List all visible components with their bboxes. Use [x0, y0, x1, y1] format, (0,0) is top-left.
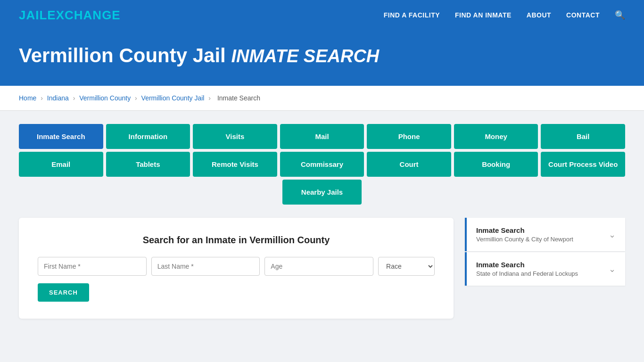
header: JAILEXCHANGE FIND A FACILITY FIND AN INM… — [0, 0, 644, 30]
tab-row-2: Email Tablets Remote Visits Commissary C… — [19, 152, 625, 177]
sidebar-card-2-text: Inmate Search State of Indiana and Feder… — [476, 261, 578, 277]
tab-email[interactable]: Email — [19, 152, 103, 177]
tab-booking[interactable]: Booking — [454, 152, 538, 177]
breadcrumb-sep-2: › — [73, 94, 75, 102]
breadcrumb-sep-4: › — [208, 94, 211, 102]
tab-row-1: Inmate Search Information Visits Mail Ph… — [19, 124, 625, 149]
sidebar-card-2-title: Inmate Search — [476, 261, 578, 269]
tab-commissary[interactable]: Commissary — [280, 152, 364, 177]
breadcrumb-jail[interactable]: Vermillion County Jail — [141, 94, 205, 102]
nav-find-inmate[interactable]: FIND AN INMATE — [455, 11, 512, 19]
search-title: Search for an Inmate in Vermillion Count… — [38, 235, 435, 246]
tab-inmate-search[interactable]: Inmate Search — [19, 124, 103, 149]
sidebar: Inmate Search Vermillion County & City o… — [465, 218, 625, 287]
chevron-down-icon-1: ⌄ — [609, 230, 616, 240]
tab-tablets[interactable]: Tablets — [106, 152, 190, 177]
sidebar-card-2[interactable]: Inmate Search State of Indiana and Feder… — [465, 252, 625, 286]
sidebar-card-1[interactable]: Inmate Search Vermillion County & City o… — [465, 218, 625, 251]
logo-jail: JAIL — [19, 8, 47, 22]
main-content: Inmate Search Information Visits Mail Ph… — [0, 111, 644, 332]
logo-exchange: EXCHANGE — [47, 8, 120, 22]
main-nav: FIND A FACILITY FIND AN INMATE ABOUT CON… — [384, 10, 625, 20]
tab-mail[interactable]: Mail — [280, 124, 364, 149]
nav-about[interactable]: ABOUT — [527, 11, 551, 19]
search-fields: Race White Black Hispanic Asian Other — [38, 257, 435, 276]
breadcrumb-sep-3: › — [135, 94, 137, 102]
tab-nearby-jails[interactable]: Nearby Jails — [282, 180, 362, 205]
page-title-italic: INMATE SEARCH — [231, 46, 379, 66]
search-box: Search for an Inmate in Vermillion Count… — [19, 218, 454, 319]
tab-row-3: Nearby Jails — [19, 180, 625, 205]
tab-money[interactable]: Money — [454, 124, 538, 149]
sidebar-card-1-subtitle: Vermillion County & City of Newport — [476, 236, 573, 243]
age-input[interactable] — [264, 257, 373, 276]
race-select[interactable]: Race White Black Hispanic Asian Other — [378, 257, 435, 276]
search-button[interactable]: SEARCH — [38, 283, 89, 302]
breadcrumb: Home › Indiana › Vermillion County › Ver… — [0, 86, 644, 111]
tab-court-process-video[interactable]: Court Process Video — [541, 152, 625, 177]
tab-visits[interactable]: Visits — [193, 124, 277, 149]
sidebar-card-1-title: Inmate Search — [476, 226, 573, 234]
page-title-main: Vermillion County Jail — [19, 44, 226, 66]
sidebar-card-2-subtitle: State of Indiana and Federal Lockups — [476, 270, 578, 277]
page-title: Vermillion County Jail INMATE SEARCH — [19, 44, 625, 67]
tab-phone[interactable]: Phone — [367, 124, 451, 149]
breadcrumb-sep-1: › — [41, 94, 43, 102]
last-name-input[interactable] — [151, 257, 260, 276]
tab-information[interactable]: Information — [106, 124, 190, 149]
logo: JAILEXCHANGE — [19, 8, 121, 23]
breadcrumb-current: Inmate Search — [217, 94, 260, 102]
tab-court[interactable]: Court — [367, 152, 451, 177]
hero-section: Vermillion County Jail INMATE SEARCH — [0, 30, 644, 86]
breadcrumb-home[interactable]: Home — [19, 94, 36, 102]
sidebar-card-1-text: Inmate Search Vermillion County & City o… — [476, 226, 573, 243]
tab-remote-visits[interactable]: Remote Visits — [193, 152, 277, 177]
nav-contact[interactable]: CONTACT — [566, 11, 600, 19]
content-row: Search for an Inmate in Vermillion Count… — [19, 218, 625, 319]
first-name-input[interactable] — [38, 257, 147, 276]
search-icon-button[interactable]: 🔍 — [615, 10, 625, 20]
chevron-down-icon-2: ⌄ — [609, 264, 616, 274]
nav-find-facility[interactable]: FIND A FACILITY — [384, 11, 440, 19]
breadcrumb-indiana[interactable]: Indiana — [47, 94, 69, 102]
tab-bail[interactable]: Bail — [541, 124, 625, 149]
breadcrumb-county[interactable]: Vermillion County — [79, 94, 131, 102]
